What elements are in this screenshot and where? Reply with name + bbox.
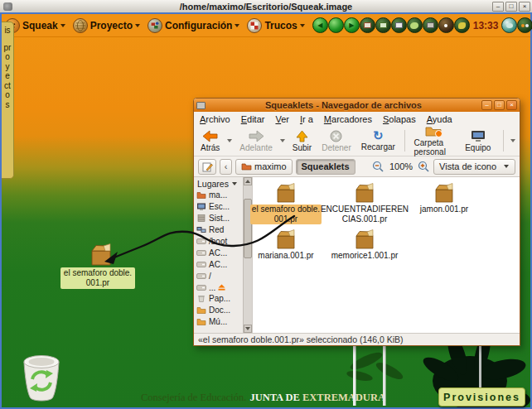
edit-location-toggle[interactable] (198, 159, 216, 175)
place-item-ac1[interactable]: AC... (194, 247, 243, 258)
home-folder-icon (425, 125, 443, 137)
home-button[interactable]: Carpeta personal (411, 124, 459, 157)
file-item-encuentradiferencias[interactable]: ENCUENTRADIFEREN CIAS.001.pr (319, 182, 410, 224)
computer-button[interactable]: Equipo (462, 129, 494, 153)
chevron-down-icon (504, 165, 509, 168)
network-icon (196, 226, 206, 233)
load-project-button[interactable] (375, 17, 391, 33)
projects-tab[interactable]: is proyectos (2, 22, 14, 179)
drive-icon (196, 272, 206, 280)
zoom-in-button[interactable] (418, 161, 430, 172)
language-tool-button[interactable] (438, 17, 454, 33)
publish-project-button[interactable] (360, 17, 375, 33)
palette-button[interactable] (517, 17, 532, 33)
toolbar-overflow-chevron[interactable] (510, 139, 515, 142)
reload-button[interactable]: ↻ Recargar (358, 129, 399, 152)
os-window-title: /home/maximo/Escritorio/Squeak.image (0, 2, 532, 12)
scroll-down-arrow[interactable] (244, 325, 252, 333)
maximize-button[interactable]: □ (505, 2, 517, 12)
forward-history-chevron[interactable] (280, 139, 285, 142)
view-mode-select[interactable]: Vista de icono (433, 159, 515, 175)
places-header[interactable]: Lugares (194, 177, 243, 190)
close-button[interactable]: × (519, 2, 530, 12)
place-item-red[interactable]: Red (194, 224, 243, 236)
menu-trucos[interactable]: Trucos (247, 18, 304, 33)
menu-proyecto[interactable]: Proyecto (73, 18, 140, 33)
provisiones-button[interactable]: Provisiones (438, 387, 525, 407)
window-minimize-button[interactable]: – (481, 100, 492, 110)
screen: /home/maximo/Escritorio/Squeak.image – □… (0, 0, 532, 409)
menu-marcadores[interactable]: Marcadores (324, 114, 372, 124)
menu-configuracion[interactable]: Configuración (148, 18, 239, 33)
status-bar: «el semaforo doble.001.pr» seleccionado … (194, 333, 520, 345)
folder-icon (241, 162, 252, 171)
place-item-papelera[interactable]: Pap... (194, 293, 243, 305)
place-item-volume[interactable]: ... (194, 281, 243, 293)
zoom-out-button[interactable] (372, 161, 384, 172)
folder-icon (196, 318, 206, 325)
desktop-project-label[interactable]: el semaforo doble. 001.pr (60, 267, 135, 289)
back-history-chevron[interactable] (227, 139, 232, 142)
chevron-down-icon (232, 182, 237, 185)
place-item-ac2[interactable]: AC... (194, 258, 243, 270)
file-icon-view[interactable]: el semaforo doble. 001.pr ENCUENTRADIFER… (253, 177, 520, 333)
window-menubar: Archivo Editar Ver Ir a Marcadores Solap… (194, 112, 520, 126)
zoom-level: 100% (389, 161, 413, 171)
path-button-maximo[interactable]: maximo (235, 159, 293, 175)
flower-tool-button[interactable] (454, 17, 470, 33)
home-folder-icon (196, 191, 206, 199)
back-button[interactable]: Atrás (197, 129, 223, 153)
desktop-project-icon[interactable] (86, 243, 116, 267)
place-item-musica[interactable]: Mú... (194, 316, 243, 328)
menu-archivo[interactable]: Archivo (200, 114, 230, 124)
up-button[interactable]: Subir (289, 129, 315, 153)
menu-solapas[interactable]: Solapas (383, 114, 416, 124)
desktop-icon (196, 203, 206, 210)
menu-ver[interactable]: Ver (275, 114, 289, 124)
menu-ayuda[interactable]: Ayuda (427, 114, 452, 124)
file-item-semaforo[interactable]: el semaforo doble. 001.pr (248, 182, 324, 224)
go-to-project-button[interactable] (328, 17, 344, 33)
project-file-icon (273, 182, 298, 204)
projects-tab-label-bottom: proyectos (4, 43, 12, 110)
up-arrow-icon (296, 130, 308, 142)
file-item-mariana[interactable]: mariana.001.pr (248, 229, 324, 261)
place-item-sistema[interactable]: Sist... (194, 213, 243, 224)
window-titlebar[interactable]: Squeaklets - Navegador de archivos – □ × (194, 99, 520, 112)
window-close-button[interactable]: × (506, 100, 517, 110)
eject-icon[interactable] (218, 284, 225, 291)
new-project-button[interactable] (391, 17, 407, 33)
file-browser-window: Squeaklets - Navegador de archivos – □ ×… (193, 98, 520, 346)
menu-ir-a[interactable]: Ir a (300, 114, 313, 124)
file-item-jamon[interactable]: jamon.001.pr (406, 182, 482, 214)
edit-location-icon (202, 161, 213, 172)
chevron-down-icon (235, 24, 239, 27)
footer-watermark: Consejería de Educación.JUNTA DEEXTREMAD… (141, 392, 385, 404)
forward-button[interactable]: Adelante (236, 129, 275, 153)
place-item-escritorio[interactable]: Esc... (194, 201, 243, 213)
squeak-menubar: Squeak Proyecto Configuración Trucos ◀ (2, 14, 530, 37)
trash-icon[interactable] (20, 354, 63, 403)
note-tool-button[interactable] (407, 17, 423, 33)
stop-icon (330, 130, 342, 142)
previous-project-button[interactable]: ◀ (312, 17, 328, 33)
path-scroll-left-button[interactable]: ‹ (220, 159, 232, 175)
toolbar-separator (404, 130, 405, 152)
os-titlebar: /home/maximo/Escritorio/Squeak.image – □… (0, 0, 532, 12)
place-item-boot[interactable]: /boot (194, 236, 243, 248)
stop-button[interactable]: Detener (318, 129, 355, 153)
place-item-root[interactable]: / (194, 270, 243, 281)
place-item-documentos[interactable]: Doc... (194, 305, 243, 316)
window-maximize-button[interactable]: □ (494, 100, 505, 110)
folder-icon (196, 306, 206, 314)
place-item-home[interactable]: ma... (194, 190, 243, 201)
drive-icon (196, 238, 206, 245)
file-item-memorice[interactable]: memorice1.001.pr (319, 229, 410, 261)
next-project-button[interactable]: ▶ (344, 17, 360, 33)
drive-icon (196, 249, 206, 257)
globe-button[interactable] (501, 17, 517, 33)
menu-editar[interactable]: Editar (241, 114, 265, 124)
minimize-button[interactable]: – (492, 2, 504, 12)
path-button-squeaklets[interactable]: Squeaklets (296, 159, 355, 175)
catalog-tool-button[interactable] (423, 17, 438, 33)
